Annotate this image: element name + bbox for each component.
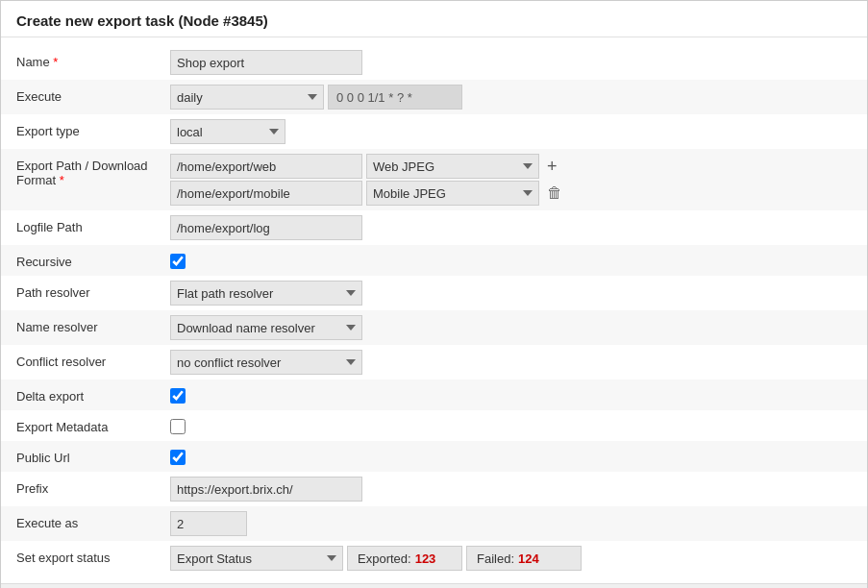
controls-export-path: Web JPEG Mobile JPEG Original + Web JPEG… (170, 154, 852, 206)
row-export-type: Export type local ftp sftp (1, 114, 867, 149)
path-input-2[interactable] (170, 181, 362, 206)
recursive-checkbox[interactable] (170, 254, 186, 269)
row-export-status: Set export status Export Status None Exp… (1, 541, 867, 576)
exported-count-display: Exported: 123 (347, 546, 462, 571)
delta-export-checkbox[interactable] (170, 388, 186, 404)
controls-export-status: Export Status None Exported: 123 Failed:… (170, 546, 852, 571)
label-logfile: Logfile Path (16, 215, 170, 234)
name-input[interactable] (170, 50, 362, 75)
controls-execute: daily hourly weekly monthly 0 0 0 1/1 * … (170, 85, 852, 110)
execute-select[interactable]: daily hourly weekly monthly (170, 85, 324, 110)
label-export-path: Export Path / Download Format * (16, 154, 170, 187)
conflict-resolver-select[interactable]: no conflict resolver overwrite resolver … (170, 350, 362, 375)
delete-path-button[interactable]: 🗑 (543, 184, 566, 202)
label-conflict-resolver: Conflict resolver (16, 350, 170, 369)
export-type-select[interactable]: local ftp sftp (170, 119, 285, 144)
row-path-resolver: Path resolver Flat path resolver Default… (1, 276, 867, 310)
controls-conflict-resolver: no conflict resolver overwrite resolver … (170, 350, 852, 375)
row-export-metadata: Export Metadata (1, 410, 867, 441)
row-execute: Execute daily hourly weekly monthly 0 0 … (1, 80, 867, 114)
row-logfile: Logfile Path (1, 210, 867, 245)
label-execute: Execute (16, 85, 170, 104)
row-execute-as: Execute as (1, 506, 867, 541)
label-export-status: Set export status (16, 546, 170, 565)
label-export-metadata: Export Metadata (16, 415, 170, 434)
row-name-resolver: Name resolver Download name resolver Def… (1, 310, 867, 345)
failed-count-display: Failed: 124 (466, 546, 582, 571)
label-export-type: Export type (16, 119, 170, 138)
controls-export-type: local ftp sftp (170, 119, 852, 144)
controls-recursive (170, 250, 852, 269)
failed-label: Failed: (477, 551, 514, 566)
controls-prefix (170, 477, 852, 502)
exported-count: 123 (415, 551, 436, 566)
controls-name (170, 50, 852, 75)
row-delta-export: Delta export (1, 380, 867, 410)
failed-count: 124 (518, 551, 539, 566)
path-input-1[interactable] (170, 154, 362, 179)
public-url-checkbox[interactable] (170, 450, 186, 465)
dialog-footer: ✕ Close 🖫 Save (1, 583, 867, 588)
row-recursive: Recursive (1, 245, 867, 276)
row-conflict-resolver: Conflict resolver no conflict resolver o… (1, 345, 867, 380)
row-export-path: Export Path / Download Format * Web JPEG… (1, 149, 867, 210)
controls-logfile (170, 215, 852, 240)
label-path-resolver: Path resolver (16, 281, 170, 300)
add-path-button[interactable]: + (543, 158, 561, 175)
label-recursive: Recursive (16, 250, 170, 269)
controls-execute-as (170, 511, 852, 536)
label-delta-export: Delta export (16, 384, 170, 404)
exported-label: Exported: (358, 551, 411, 566)
export-path-rows: Web JPEG Mobile JPEG Original + Web JPEG… (170, 154, 566, 206)
logfile-input[interactable] (170, 215, 362, 240)
name-resolver-select[interactable]: Download name resolver Default name reso… (170, 315, 362, 340)
label-public-url: Public Url (16, 446, 170, 465)
export-path-row-2: Web JPEG Mobile JPEG Original 🗑 (170, 181, 566, 206)
dialog-title: Create new export task (Node #3845) (16, 12, 852, 29)
execute-as-input[interactable] (170, 511, 247, 536)
row-prefix: Prefix (1, 472, 867, 506)
row-name: Name * (1, 45, 867, 80)
label-prefix: Prefix (16, 477, 170, 496)
format-select-1[interactable]: Web JPEG Mobile JPEG Original (366, 154, 539, 179)
label-name-resolver: Name resolver (16, 315, 170, 334)
format-select-2[interactable]: Web JPEG Mobile JPEG Original (366, 181, 539, 206)
controls-path-resolver: Flat path resolver Default path resolver (170, 281, 852, 306)
export-metadata-checkbox[interactable] (170, 419, 186, 434)
export-path-row-1: Web JPEG Mobile JPEG Original + (170, 154, 566, 179)
row-public-url: Public Url (1, 441, 867, 472)
cron-display: 0 0 0 1/1 * ? * (328, 85, 462, 110)
prefix-input[interactable] (170, 477, 362, 502)
controls-public-url (170, 446, 852, 465)
controls-delta-export (170, 384, 852, 404)
controls-name-resolver: Download name resolver Default name reso… (170, 315, 852, 340)
path-resolver-select[interactable]: Flat path resolver Default path resolver (170, 281, 362, 306)
controls-export-metadata (170, 415, 852, 434)
export-status-select[interactable]: Export Status None (170, 546, 343, 571)
label-name: Name * (16, 50, 170, 69)
label-execute-as: Execute as (16, 511, 170, 530)
